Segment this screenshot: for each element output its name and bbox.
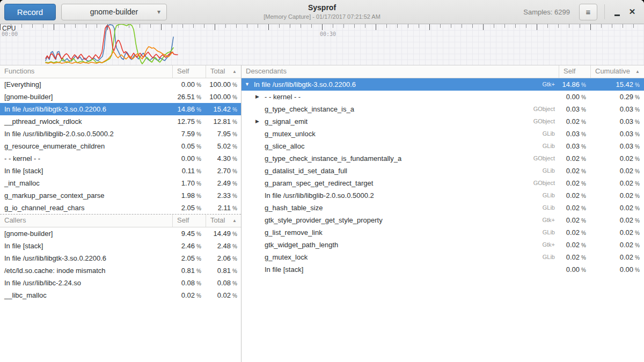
descendant-name-cell: ▼In file /usr/lib/libgtk-3.so.0.2200.6Gt…: [241, 78, 559, 91]
descendant-name-cell: g_mutex_unlockGLib: [241, 128, 559, 140]
tree-row[interactable]: ▼In file /usr/lib/libgtk-3.so.0.2200.6Gt…: [241, 78, 644, 91]
headerbar-right: Samples: 6299 ≡ ✕: [523, 4, 644, 20]
function-name: In file /usr/lib/libgtk-3.so.0.2200.6: [0, 252, 172, 264]
self-percent: 0.02%: [559, 239, 590, 251]
tree-row[interactable]: gtk_widget_path_lengthGtk+0.02%0.02%: [241, 239, 644, 251]
self-percent: 0.11%: [172, 165, 206, 177]
descendant-name: In file [stack]: [265, 263, 303, 276]
minimize-icon: [614, 14, 620, 16]
descendant-name: g_mutex_unlock: [265, 128, 316, 140]
table-row[interactable]: /etc/ld.so.cache: inode mismatch0.81%0.8…: [0, 264, 241, 277]
total-percent: 4.30%: [206, 152, 241, 165]
self-percent: 0.02%: [559, 226, 590, 239]
table-row[interactable]: In file /usr/lib/libglib-2.0.so.0.5000.2…: [0, 128, 241, 140]
sysprof-window: Record gnome-builder ▾ Sysprof [Memory C…: [0, 0, 644, 362]
table-row[interactable]: __pthread_rwlock_rdlock12.75%12.81%: [0, 115, 241, 128]
callers-table-body: [gnome-builder]9.45%14.49%In file [stack…: [0, 227, 241, 301]
cumulative-percent: 0.02%: [590, 239, 644, 251]
function-name: [Everything]: [0, 78, 172, 91]
descendants-table-header: Descendants Self Cumulative ▲: [241, 65, 644, 78]
close-button[interactable]: ✕: [625, 4, 640, 20]
table-row[interactable]: [Everything]0.00%100.00%: [0, 78, 241, 91]
time-label-mid: 00:30: [320, 31, 336, 37]
table-row[interactable]: g_markup_parse_context_parse1.98%2.33%: [0, 189, 241, 202]
menu-button[interactable]: ≡: [579, 4, 597, 20]
cpu-graph[interactable]: CPU 00:00 00:30: [0, 24, 644, 65]
self-column-header[interactable]: Self: [172, 215, 206, 227]
total-percent: 2.06%: [206, 252, 241, 264]
window-subtitle: [Memory Capture] - 01/17/2017 07:21:52 A…: [264, 13, 380, 20]
self-percent: 2.05%: [172, 202, 206, 214]
tree-row[interactable]: g_param_spec_get_redirect_targetGObject0…: [241, 177, 644, 189]
descendant-name: g_signal_emit: [265, 115, 308, 128]
functions-column-header[interactable]: Functions: [0, 65, 172, 78]
expander-closed-icon[interactable]: ▶: [255, 115, 265, 128]
table-row[interactable]: In file /usr/lib/libgtk-3.so.0.2200.614.…: [0, 103, 241, 115]
self-percent: 0.02%: [559, 251, 590, 263]
tree-row[interactable]: In file /usr/lib/libglib-2.0.so.0.5000.2…: [241, 189, 644, 202]
function-name: __pthread_rwlock_rdlock: [0, 115, 172, 128]
table-row[interactable]: g_resource_enumerate_children0.05%5.02%: [0, 140, 241, 152]
descendant-name: In file /usr/lib/libglib-2.0.so.0.5000.2: [265, 189, 374, 202]
total-percent: 2.11%: [206, 202, 241, 214]
total-column-header[interactable]: Total ▲: [206, 65, 241, 78]
tree-row[interactable]: g_mutex_lockGLib0.02%0.02%: [241, 251, 644, 263]
process-selector-dropdown[interactable]: gnome-builder ▾: [61, 4, 167, 20]
sort-ascending-icon: ▲: [635, 66, 640, 78]
tree-row[interactable]: In file [stack]0.00%0.00%: [241, 263, 644, 276]
table-row[interactable]: g_io_channel_read_chars2.05%2.11%: [0, 202, 241, 214]
callers-column-header[interactable]: Callers: [0, 215, 172, 227]
functions-table-header: Functions Self Total ▲: [0, 65, 241, 78]
table-row[interactable]: In file [stack]2.46%2.48%: [0, 240, 241, 252]
table-row[interactable]: In file /usr/lib/libgtk-3.so.0.2200.62.0…: [0, 252, 241, 264]
descendant-name: In file /usr/lib/libgtk-3.so.0.2200.6: [254, 78, 356, 91]
tree-row[interactable]: g_list_remove_linkGLib0.02%0.02%: [241, 226, 644, 239]
self-column-header[interactable]: Self: [559, 65, 590, 78]
descendant-name-cell: In file [stack]: [241, 263, 559, 276]
cumulative-percent: 0.02%: [590, 226, 644, 239]
table-row[interactable]: In file [stack]0.11%2.70%: [0, 165, 241, 177]
tree-row[interactable]: g_datalist_id_set_data_fullGLib0.02%0.02…: [241, 165, 644, 177]
self-percent: 0.00%: [559, 91, 590, 103]
self-percent: 1.98%: [172, 189, 206, 202]
tree-row[interactable]: g_hash_table_sizeGLib0.02%0.02%: [241, 202, 644, 214]
tree-row[interactable]: g_slice_allocGLib0.03%0.03%: [241, 140, 644, 152]
total-column-header[interactable]: Total ▲: [206, 215, 241, 227]
self-percent: 7.59%: [172, 128, 206, 140]
self-percent: 0.02%: [559, 177, 590, 189]
table-row[interactable]: [gnome-builder]26.51%100.00%: [0, 91, 241, 103]
descendant-name: g_slice_alloc: [265, 140, 304, 152]
library-tag: GLib: [543, 140, 559, 152]
tree-row[interactable]: g_type_check_instance_is_fundamentally_a…: [241, 152, 644, 165]
library-tag: GLib: [543, 189, 559, 202]
cumulative-percent: 0.02%: [590, 177, 644, 189]
cumulative-percent: 0.02%: [590, 214, 644, 226]
self-percent: 0.02%: [172, 289, 206, 301]
self-column-header[interactable]: Self: [172, 65, 206, 78]
cumulative-percent: 0.03%: [590, 115, 644, 128]
library-tag: GLib: [543, 165, 559, 177]
tree-row[interactable]: ▶g_signal_emitGObject0.02%0.03%: [241, 115, 644, 128]
tree-row[interactable]: g_type_check_instance_is_aGObject0.03%0.…: [241, 103, 644, 115]
self-percent: 0.00%: [172, 78, 206, 91]
self-percent: 9.45%: [172, 227, 206, 240]
record-button[interactable]: Record: [4, 4, 56, 20]
table-row[interactable]: In file /usr/lib/libc-2.24.so0.08%0.08%: [0, 277, 241, 289]
expander-closed-icon[interactable]: ▶: [255, 91, 265, 103]
descendants-table-body: ▼In file /usr/lib/libgtk-3.so.0.2200.6Gt…: [241, 78, 644, 276]
tree-row[interactable]: g_mutex_unlockGLib0.03%0.03%: [241, 128, 644, 140]
cumulative-column-header[interactable]: Cumulative ▲: [590, 65, 644, 78]
function-name: In file /usr/lib/libc-2.24.so: [0, 277, 172, 289]
functions-callers-panel: Functions Self Total ▲ [Everything]0.00%…: [0, 65, 241, 362]
descendants-column-header[interactable]: Descendants: [241, 65, 559, 78]
table-row[interactable]: - - kernel - -0.00%4.30%: [0, 152, 241, 165]
minimize-button[interactable]: [610, 4, 625, 20]
tree-row[interactable]: gtk_style_provider_get_style_propertyGtk…: [241, 214, 644, 226]
function-name: __libc_malloc: [0, 289, 172, 301]
cumulative-percent: 0.02%: [590, 251, 644, 263]
expander-open-icon[interactable]: ▼: [245, 78, 254, 91]
table-row[interactable]: __libc_malloc0.02%0.02%: [0, 289, 241, 301]
tree-row[interactable]: ▶- - kernel - -0.00%0.29%: [241, 91, 644, 103]
table-row[interactable]: _int_malloc1.70%2.49%: [0, 177, 241, 189]
table-row[interactable]: [gnome-builder]9.45%14.49%: [0, 227, 241, 240]
